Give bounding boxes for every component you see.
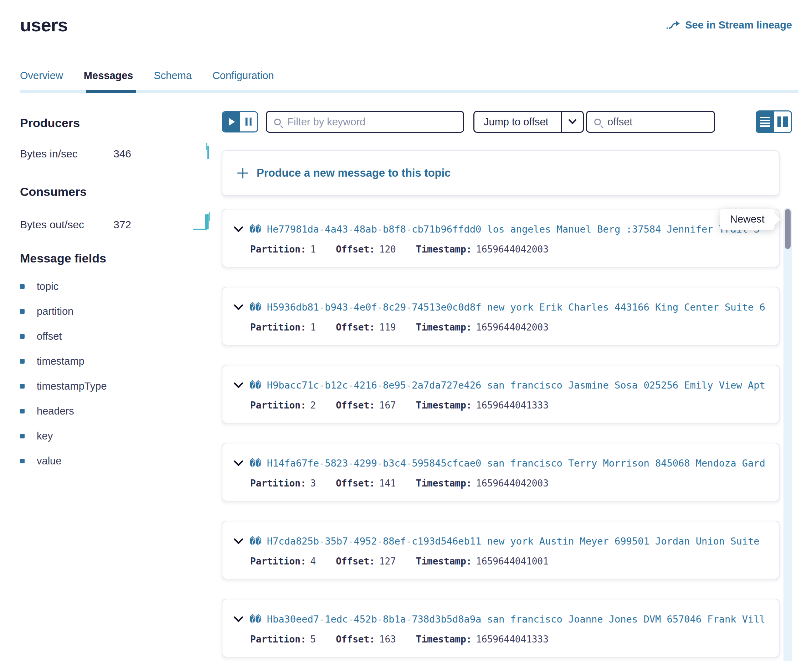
newest-tooltip-label: Newest xyxy=(730,213,765,225)
partition-meta: Partition:1 xyxy=(250,244,316,255)
offset-meta: Offset:167 xyxy=(336,400,396,410)
produce-message-label: Produce a new message to this topic xyxy=(257,167,450,179)
offset-meta: Offset:163 xyxy=(336,634,396,645)
field-item-key[interactable]: key xyxy=(20,423,222,449)
field-label: headers xyxy=(37,405,74,417)
message-fields-list: topic partition offset timestamp timesta… xyxy=(20,274,222,473)
field-bullet-icon xyxy=(20,409,25,414)
field-item-value[interactable]: value xyxy=(20,449,222,473)
jump-to-offset-dropdown[interactable]: Jump to offset xyxy=(473,111,584,133)
partition-meta: Partition:4 xyxy=(250,556,316,567)
column-view-button[interactable] xyxy=(774,112,791,132)
field-bullet-icon xyxy=(20,309,25,314)
message-row[interactable]: �� Hba30eed7-1edc-452b-8b1a-738d3b5d8a9a… xyxy=(222,599,780,658)
timestamp-meta: Timestamp:1659644042003 xyxy=(416,244,549,255)
tabs: Overview Messages Schema Configuration xyxy=(20,70,798,81)
field-bullet-icon xyxy=(20,334,25,339)
message-key-preview: �� H14fa67fe-5823-4299-b3c4-595845cfcae0… xyxy=(250,458,766,469)
search-icon xyxy=(594,118,601,125)
play-button[interactable] xyxy=(223,112,240,131)
message-fields-heading: Message fields xyxy=(20,251,222,265)
dropdown-chevron[interactable] xyxy=(561,112,583,132)
message-key-preview: �� Hba30eed7-1edc-452b-8b1a-738d3b5d8a9a… xyxy=(250,614,766,625)
expand-chevron-icon[interactable] xyxy=(234,383,243,388)
null-char-glyphs: �� xyxy=(250,614,261,625)
null-char-glyphs: �� xyxy=(250,302,261,313)
message-meta: Partition:4 Offset:127 Timestamp:1659644… xyxy=(234,556,766,567)
play-icon xyxy=(229,118,235,126)
tab-overview[interactable]: Overview xyxy=(20,70,63,81)
offset-search-input[interactable] xyxy=(607,116,707,128)
partition-meta: Partition:2 xyxy=(250,400,316,410)
field-label: partition xyxy=(37,306,74,317)
keyword-filter-input[interactable] xyxy=(287,116,456,128)
partition-meta: Partition:3 xyxy=(250,478,316,489)
chevron-down-icon xyxy=(569,119,577,124)
tabs-row: Overview Messages Schema Configuration xyxy=(20,70,798,93)
pause-icon xyxy=(250,118,252,126)
producers-section: Producers Bytes in/sec 346 xyxy=(20,116,222,160)
search-icon xyxy=(274,118,281,125)
field-label: value xyxy=(37,455,61,467)
offset-meta: Offset:119 xyxy=(336,322,396,333)
field-item-headers[interactable]: headers xyxy=(20,399,222,423)
tab-schema[interactable]: Schema xyxy=(154,70,192,81)
bytes-out-label: Bytes out/sec xyxy=(20,219,113,231)
offset-meta: Offset:127 xyxy=(336,556,396,567)
message-row[interactable]: �� H5936db81-b943-4e0f-8c29-74513e0c0d8f… xyxy=(222,287,780,345)
timestamp-meta: Timestamp:1659644041333 xyxy=(416,634,549,645)
tab-messages[interactable]: Messages xyxy=(84,70,133,81)
scrollbar-thumb[interactable] xyxy=(785,209,791,249)
keyword-filter-box xyxy=(266,111,464,133)
pause-icon xyxy=(245,118,248,126)
field-item-topic[interactable]: topic xyxy=(20,274,222,299)
partition-meta: Partition:5 xyxy=(250,634,316,645)
expand-chevron-icon[interactable] xyxy=(234,305,243,310)
field-bullet-icon xyxy=(20,384,25,388)
consumers-section: Consumers Bytes out/sec 372 xyxy=(20,185,222,231)
null-char-glyphs: �� xyxy=(250,380,261,391)
message-key-preview: �� H9bacc71c-b12c-4216-8e95-2a7da727e426… xyxy=(250,380,766,391)
tab-configuration[interactable]: Configuration xyxy=(213,70,274,81)
plus-icon xyxy=(237,167,249,179)
message-meta: Partition:1 Offset:120 Timestamp:1659644… xyxy=(234,244,766,255)
field-item-offset[interactable]: offset xyxy=(20,324,222,349)
play-pause-toggle xyxy=(222,111,258,133)
message-row[interactable]: �� H14fa67fe-5823-4299-b3c4-595845cfcae0… xyxy=(222,443,780,501)
active-tab-indicator xyxy=(86,90,136,93)
produce-message-button[interactable]: Produce a new message to this topic xyxy=(222,150,780,196)
scrollbar-track[interactable] xyxy=(783,208,792,661)
field-item-partition[interactable]: partition xyxy=(20,299,222,324)
timestamp-meta: Timestamp:1659644042003 xyxy=(416,322,549,333)
field-item-timestampType[interactable]: timestampType xyxy=(20,374,222,399)
message-list: �� He77981da-4a43-48ab-b8f8-cb71b96ffdd0… xyxy=(222,209,792,658)
field-label: offset xyxy=(37,330,62,342)
pause-button[interactable] xyxy=(240,112,257,131)
tab-underline-track xyxy=(20,90,798,93)
expand-chevron-icon[interactable] xyxy=(234,538,243,544)
message-meta: Partition:3 Offset:141 Timestamp:1659644… xyxy=(234,478,766,489)
producers-heading: Producers xyxy=(20,116,222,130)
null-char-glyphs: �� xyxy=(250,536,261,547)
timestamp-meta: Timestamp:1659644041001 xyxy=(416,556,549,567)
bytes-out-metric: Bytes out/sec 372 xyxy=(20,210,213,231)
field-item-timestamp[interactable]: timestamp xyxy=(20,349,222,374)
timestamp-meta: Timestamp:1659644041333 xyxy=(416,400,549,410)
message-row[interactable]: �� H7cda825b-35b7-4952-88ef-c193d546eb11… xyxy=(222,520,780,580)
message-key-preview: �� H5936db81-b943-4e0f-8c29-74513e0c0d8f… xyxy=(250,302,766,313)
message-row[interactable]: �� H9bacc71c-b12c-4216-8e95-2a7da727e426… xyxy=(222,365,780,423)
newest-tooltip: Newest xyxy=(720,209,775,230)
bytes-in-metric: Bytes in/sec 346 xyxy=(20,141,213,160)
message-meta: Partition:5 Offset:163 Timestamp:1659644… xyxy=(234,634,766,645)
message-row[interactable]: �� He77981da-4a43-48ab-b8f8-cb71b96ffdd0… xyxy=(222,209,780,267)
expand-chevron-icon[interactable] xyxy=(234,227,243,232)
expand-chevron-icon[interactable] xyxy=(234,460,243,466)
list-view-button[interactable] xyxy=(757,112,774,132)
field-label: topic xyxy=(37,281,58,292)
message-fields-section: Message fields topic partition offset ti… xyxy=(20,251,222,473)
null-char-glyphs: �� xyxy=(250,224,261,235)
bytes-out-sparkline xyxy=(192,210,213,231)
stream-lineage-link[interactable]: See in Stream lineage xyxy=(666,19,792,31)
jump-to-offset-label: Jump to offset xyxy=(474,112,561,132)
expand-chevron-icon[interactable] xyxy=(234,616,243,622)
